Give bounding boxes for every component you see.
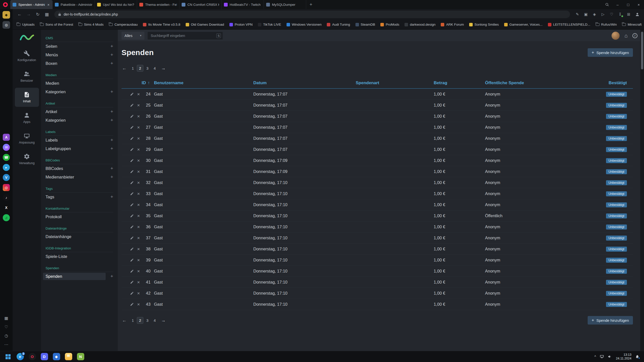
bookmark-item[interactable]: LEITSTELLENSPIELD... bbox=[548, 23, 590, 26]
browser-tab[interactable]: MySQLDumper × bbox=[264, 0, 306, 9]
nav-verwaltung[interactable]: Verwaltung bbox=[15, 150, 39, 169]
edit-icon[interactable] bbox=[130, 269, 134, 273]
home-icon[interactable]: ⌂ bbox=[624, 33, 628, 39]
edit-icon[interactable] bbox=[130, 280, 134, 284]
edit-icon[interactable] bbox=[130, 181, 134, 185]
bookmark-item[interactable]: SteamDB bbox=[355, 23, 375, 26]
speed-dial-icon[interactable]: ▦ bbox=[43, 10, 51, 18]
delete-icon[interactable]: × bbox=[137, 302, 140, 307]
delete-icon[interactable]: × bbox=[137, 180, 140, 185]
delete-icon[interactable]: × bbox=[137, 191, 140, 196]
taskbar-app[interactable]: ◆ bbox=[51, 352, 61, 362]
instagram-icon[interactable]: ◎ bbox=[3, 184, 10, 191]
vk-icon[interactable]: V bbox=[3, 174, 10, 181]
menu-item[interactable]: Kategorien + bbox=[41, 116, 118, 124]
add-icon[interactable]: + bbox=[108, 61, 113, 66]
profile-icon[interactable] bbox=[633, 11, 641, 18]
edit-icon[interactable] bbox=[130, 247, 134, 251]
prev-page-icon[interactable]: ← bbox=[122, 66, 127, 71]
edit-icon[interactable] bbox=[130, 291, 134, 295]
nav-benutzer[interactable]: Benutzer bbox=[15, 67, 39, 86]
delete-icon[interactable]: × bbox=[137, 169, 140, 174]
edit-icon[interactable] bbox=[130, 302, 134, 306]
bookmark-item[interactable]: Minecraft bbox=[622, 23, 642, 26]
menu-item[interactable]: Dateianhänge + bbox=[41, 232, 118, 241]
close-button[interactable]: × bbox=[633, 0, 644, 9]
messenger-icon[interactable]: ✉ bbox=[3, 144, 10, 151]
page-number[interactable]: 1 bbox=[130, 65, 136, 72]
user-avatar[interactable] bbox=[612, 32, 620, 40]
add-icon[interactable]: + bbox=[108, 89, 113, 95]
bookmark-item[interactable]: Audi Tuning bbox=[327, 23, 350, 26]
menu-item[interactable]: Boxen + bbox=[41, 59, 118, 68]
header-username[interactable]: Benutzername bbox=[154, 80, 253, 85]
delete-icon[interactable]: × bbox=[137, 136, 140, 141]
delete-icon[interactable]: × bbox=[137, 158, 140, 163]
app-avatar-icon[interactable]: A bbox=[3, 134, 10, 141]
menu-item[interactable]: Tags + bbox=[41, 193, 118, 201]
reload-icon[interactable]: ↻ bbox=[34, 10, 42, 18]
edit-icon[interactable] bbox=[130, 103, 134, 107]
edit-icon[interactable] bbox=[130, 125, 134, 129]
add-icon[interactable]: + bbox=[108, 174, 113, 180]
player-icon[interactable]: ▷ bbox=[599, 11, 607, 18]
whatsapp-icon[interactable]: ☎ bbox=[3, 154, 10, 161]
extensions-icon[interactable]: ⊞ bbox=[625, 11, 632, 18]
menu-item[interactable]: Artikel + bbox=[41, 107, 118, 116]
menu-item[interactable]: Spiele-Liste + bbox=[41, 252, 118, 261]
address-bar[interactable]: der-ls-treffpunkt.de/acp/index.php bbox=[54, 11, 570, 18]
edit-icon[interactable] bbox=[130, 203, 134, 207]
delete-icon[interactable]: × bbox=[137, 224, 140, 229]
taskbar-app[interactable]: e 3 bbox=[15, 352, 25, 362]
browser-tab[interactable]: Ups! Wo bist du hin? × bbox=[95, 0, 137, 9]
edit-icon[interactable] bbox=[130, 92, 134, 96]
volume-icon[interactable] bbox=[608, 354, 612, 359]
edit-icon[interactable] bbox=[130, 148, 134, 151]
more-icon[interactable]: ⋯ bbox=[3, 341, 9, 347]
edit-icon[interactable] bbox=[130, 225, 134, 229]
nav-anpassung[interactable]: Anpassung bbox=[15, 129, 39, 148]
header-amount[interactable]: Betrag bbox=[434, 80, 485, 85]
edit-icon[interactable] bbox=[130, 236, 134, 240]
gx-pinned-icon[interactable]: ◆ bbox=[3, 11, 10, 19]
delete-icon[interactable]: × bbox=[137, 147, 140, 152]
delete-icon[interactable]: × bbox=[137, 236, 140, 240]
taskbar-app[interactable]: O bbox=[27, 352, 37, 362]
menu-item[interactable]: Menüs + bbox=[41, 51, 118, 59]
menu-item[interactable]: BBCodes + bbox=[41, 164, 118, 173]
bookmark-item[interactable]: Rufus/Win bbox=[596, 23, 617, 26]
minimize-button[interactable]: – bbox=[612, 0, 623, 9]
opera-menu-button[interactable] bbox=[3, 2, 8, 7]
page-number[interactable]: 3 bbox=[144, 65, 151, 72]
tiktok-icon[interactable]: ♪ bbox=[3, 194, 10, 201]
delete-icon[interactable]: × bbox=[137, 269, 140, 274]
bookmark-item[interactable]: darkwood.design bbox=[405, 23, 435, 26]
edit-icon[interactable] bbox=[130, 170, 134, 173]
delete-icon[interactable]: × bbox=[137, 103, 140, 108]
page-number[interactable]: 3 bbox=[144, 317, 151, 324]
delete-icon[interactable]: × bbox=[137, 213, 140, 218]
taskbar-app[interactable]: D bbox=[39, 352, 49, 362]
edit-icon[interactable] bbox=[130, 114, 134, 118]
bookmark-item[interactable]: Uploads bbox=[17, 23, 35, 26]
add-icon[interactable]: + bbox=[108, 137, 113, 143]
add-icon[interactable]: + bbox=[108, 194, 113, 200]
add-icon[interactable]: + bbox=[108, 117, 113, 123]
taskbar-app[interactable]: N bbox=[75, 352, 86, 362]
bookmark-item[interactable]: Sonlong Smilies bbox=[469, 23, 499, 26]
gx-panel-icon[interactable]: ◍ bbox=[3, 21, 10, 29]
nav-konfiguration[interactable]: Konfiguration bbox=[15, 47, 39, 66]
menu-item[interactable]: Medienanbieter + bbox=[41, 173, 118, 181]
tab-search-icon[interactable] bbox=[602, 0, 612, 9]
bookmark-item[interactable]: Its Movie Time v3.5.8 bbox=[143, 23, 180, 26]
history-icon[interactable]: ◷ bbox=[3, 333, 9, 339]
snapshot-icon[interactable]: ▣ bbox=[582, 11, 590, 18]
forward-icon[interactable]: → bbox=[25, 10, 33, 18]
nav-inhalt[interactable]: Inhalt bbox=[15, 88, 39, 107]
tab-close-icon[interactable]: × bbox=[47, 3, 50, 7]
edit-icon[interactable] bbox=[130, 192, 134, 196]
delete-icon[interactable]: × bbox=[137, 202, 140, 207]
heart-icon[interactable]: ♡ bbox=[608, 11, 615, 18]
bookmark-item[interactable]: TikTok LIVE bbox=[258, 23, 281, 26]
bookmark-item[interactable]: ProMods bbox=[380, 23, 399, 26]
